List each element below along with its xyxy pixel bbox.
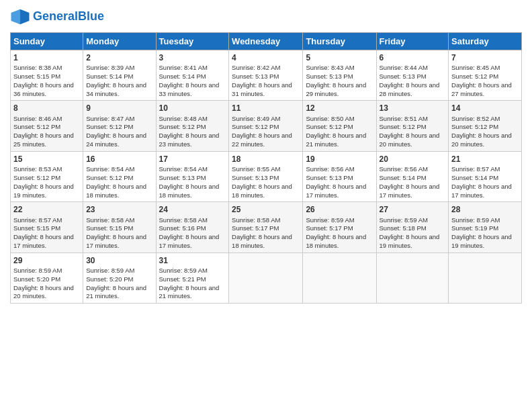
logo-blue: Blue	[78, 9, 104, 23]
calendar-cell: 14Sunrise: 8:52 AM Sunset: 5:12 PM Dayli…	[449, 101, 522, 151]
calendar-week-4: 22Sunrise: 8:57 AM Sunset: 5:15 PM Dayli…	[11, 202, 522, 253]
logo-icon	[10, 7, 30, 27]
calendar-cell: 9Sunrise: 8:47 AM Sunset: 5:12 PM Daylig…	[83, 101, 156, 151]
day-info: Sunrise: 8:56 AM Sunset: 5:14 PM Dayligh…	[380, 165, 440, 198]
day-info: Sunrise: 8:42 AM Sunset: 5:13 PM Dayligh…	[232, 64, 292, 97]
day-info: Sunrise: 8:46 AM Sunset: 5:12 PM Dayligh…	[13, 115, 74, 148]
day-number: 21	[451, 154, 519, 165]
day-info: Sunrise: 8:53 AM Sunset: 5:12 PM Dayligh…	[13, 165, 74, 198]
calendar-cell: 5Sunrise: 8:43 AM Sunset: 5:13 PM Daylig…	[303, 50, 376, 101]
calendar-table: SundayMondayTuesdayWednesdayThursdayFrid…	[10, 32, 522, 304]
day-info: Sunrise: 8:59 AM Sunset: 5:20 PM Dayligh…	[86, 267, 146, 300]
calendar-cell: 31Sunrise: 8:59 AM Sunset: 5:21 PM Dayli…	[156, 253, 229, 303]
calendar-cell: 16Sunrise: 8:54 AM Sunset: 5:12 PM Dayli…	[83, 151, 156, 201]
day-number: 7	[451, 52, 519, 63]
day-number: 22	[13, 204, 80, 215]
day-info: Sunrise: 8:59 AM Sunset: 5:21 PM Dayligh…	[159, 267, 220, 300]
calendar-cell: 27Sunrise: 8:59 AM Sunset: 5:18 PM Dayli…	[376, 202, 449, 253]
calendar-cell: 29Sunrise: 8:59 AM Sunset: 5:20 PM Dayli…	[11, 253, 83, 303]
day-info: Sunrise: 8:43 AM Sunset: 5:13 PM Dayligh…	[306, 64, 366, 97]
header: GeneralBlue	[10, 7, 522, 27]
day-number: 20	[380, 154, 446, 165]
day-number: 19	[306, 154, 373, 165]
calendar-cell	[229, 253, 303, 303]
day-number: 8	[13, 103, 80, 113]
col-header-friday: Friday	[376, 33, 449, 50]
day-number: 4	[232, 52, 300, 63]
calendar-cell	[449, 253, 522, 303]
calendar-week-3: 15Sunrise: 8:53 AM Sunset: 5:12 PM Dayli…	[11, 151, 522, 201]
calendar-cell: 13Sunrise: 8:51 AM Sunset: 5:12 PM Dayli…	[376, 101, 449, 151]
calendar-week-2: 8Sunrise: 8:46 AM Sunset: 5:12 PM Daylig…	[11, 101, 522, 151]
day-number: 1	[13, 52, 80, 63]
calendar-cell: 24Sunrise: 8:58 AM Sunset: 5:16 PM Dayli…	[156, 202, 229, 253]
day-info: Sunrise: 8:58 AM Sunset: 5:17 PM Dayligh…	[232, 216, 292, 249]
day-info: Sunrise: 8:59 AM Sunset: 5:19 PM Dayligh…	[451, 216, 512, 249]
day-info: Sunrise: 8:54 AM Sunset: 5:12 PM Dayligh…	[86, 165, 146, 198]
calendar-cell: 20Sunrise: 8:56 AM Sunset: 5:14 PM Dayli…	[376, 151, 449, 201]
day-number: 5	[306, 52, 373, 63]
day-number: 27	[380, 204, 446, 215]
day-number: 31	[159, 255, 226, 266]
day-info: Sunrise: 8:49 AM Sunset: 5:12 PM Dayligh…	[232, 115, 292, 148]
day-number: 6	[380, 52, 446, 63]
day-info: Sunrise: 8:59 AM Sunset: 5:18 PM Dayligh…	[380, 216, 440, 249]
day-number: 25	[232, 204, 300, 215]
day-info: Sunrise: 8:50 AM Sunset: 5:12 PM Dayligh…	[306, 115, 366, 148]
day-number: 10	[159, 103, 226, 113]
day-number: 29	[13, 255, 80, 266]
day-number: 15	[13, 154, 80, 165]
calendar-cell	[303, 253, 376, 303]
day-number: 3	[159, 52, 226, 63]
day-info: Sunrise: 8:51 AM Sunset: 5:12 PM Dayligh…	[380, 115, 440, 148]
calendar-cell: 10Sunrise: 8:48 AM Sunset: 5:12 PM Dayli…	[156, 101, 229, 151]
calendar-cell: 8Sunrise: 8:46 AM Sunset: 5:12 PM Daylig…	[11, 101, 83, 151]
day-number: 2	[86, 52, 152, 63]
calendar-cell: 18Sunrise: 8:55 AM Sunset: 5:13 PM Dayli…	[229, 151, 303, 201]
calendar-cell: 26Sunrise: 8:59 AM Sunset: 5:17 PM Dayli…	[303, 202, 376, 253]
day-info: Sunrise: 8:59 AM Sunset: 5:17 PM Dayligh…	[306, 216, 366, 249]
day-info: Sunrise: 8:44 AM Sunset: 5:13 PM Dayligh…	[380, 64, 440, 97]
calendar-week-5: 29Sunrise: 8:59 AM Sunset: 5:20 PM Dayli…	[11, 253, 522, 303]
day-number: 24	[159, 204, 226, 215]
calendar-cell: 30Sunrise: 8:59 AM Sunset: 5:20 PM Dayli…	[83, 253, 156, 303]
day-number: 18	[232, 154, 300, 165]
day-info: Sunrise: 8:52 AM Sunset: 5:12 PM Dayligh…	[451, 115, 512, 148]
calendar-cell: 3Sunrise: 8:41 AM Sunset: 5:14 PM Daylig…	[156, 50, 229, 101]
logo-general: General	[33, 9, 78, 23]
calendar-cell: 4Sunrise: 8:42 AM Sunset: 5:13 PM Daylig…	[229, 50, 303, 101]
day-number: 12	[306, 103, 373, 113]
day-number: 30	[86, 255, 152, 266]
col-header-wednesday: Wednesday	[229, 33, 303, 50]
day-info: Sunrise: 8:54 AM Sunset: 5:13 PM Dayligh…	[159, 165, 220, 198]
logo-text: GeneralBlue	[33, 10, 104, 24]
day-number: 16	[86, 154, 152, 165]
day-info: Sunrise: 8:57 AM Sunset: 5:14 PM Dayligh…	[451, 165, 512, 198]
day-number: 9	[86, 103, 152, 113]
calendar-header-row: SundayMondayTuesdayWednesdayThursdayFrid…	[11, 33, 522, 50]
day-info: Sunrise: 8:56 AM Sunset: 5:13 PM Dayligh…	[306, 165, 366, 198]
calendar-cell: 15Sunrise: 8:53 AM Sunset: 5:12 PM Dayli…	[11, 151, 83, 201]
calendar-cell: 7Sunrise: 8:45 AM Sunset: 5:12 PM Daylig…	[449, 50, 522, 101]
day-info: Sunrise: 8:58 AM Sunset: 5:15 PM Dayligh…	[86, 216, 146, 249]
calendar-cell: 2Sunrise: 8:39 AM Sunset: 5:14 PM Daylig…	[83, 50, 156, 101]
day-info: Sunrise: 8:45 AM Sunset: 5:12 PM Dayligh…	[451, 64, 512, 97]
col-header-tuesday: Tuesday	[156, 33, 229, 50]
day-info: Sunrise: 8:38 AM Sunset: 5:15 PM Dayligh…	[13, 64, 74, 97]
day-number: 28	[451, 204, 519, 215]
day-number: 17	[159, 154, 226, 165]
calendar-cell: 11Sunrise: 8:49 AM Sunset: 5:12 PM Dayli…	[229, 101, 303, 151]
day-info: Sunrise: 8:48 AM Sunset: 5:12 PM Dayligh…	[159, 115, 220, 148]
day-number: 13	[380, 103, 446, 113]
col-header-monday: Monday	[83, 33, 156, 50]
calendar-cell: 1Sunrise: 8:38 AM Sunset: 5:15 PM Daylig…	[11, 50, 83, 101]
day-number: 23	[86, 204, 152, 215]
calendar-cell: 17Sunrise: 8:54 AM Sunset: 5:13 PM Dayli…	[156, 151, 229, 201]
day-info: Sunrise: 8:39 AM Sunset: 5:14 PM Dayligh…	[86, 64, 146, 97]
col-header-sunday: Sunday	[11, 33, 83, 50]
day-info: Sunrise: 8:47 AM Sunset: 5:12 PM Dayligh…	[86, 115, 146, 148]
day-number: 11	[232, 103, 300, 113]
calendar-cell	[376, 253, 449, 303]
logo: GeneralBlue	[10, 7, 104, 27]
calendar-cell: 21Sunrise: 8:57 AM Sunset: 5:14 PM Dayli…	[449, 151, 522, 201]
